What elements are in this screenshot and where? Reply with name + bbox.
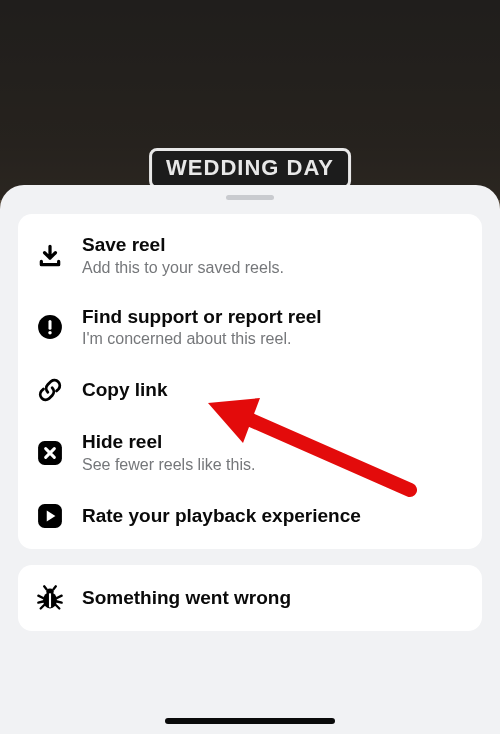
download-icon [36, 242, 64, 270]
menu-item-subtitle: I'm concerned about this reel. [82, 329, 322, 350]
menu-item-title: Rate your playback experience [82, 504, 361, 528]
menu-item-title: Copy link [82, 378, 168, 402]
video-title-text: WEDDING DAY [166, 155, 334, 180]
video-title-badge: WEDDING DAY [149, 148, 351, 189]
menu-item-report[interactable]: Find support or report reel I'm concerne… [18, 292, 482, 364]
menu-item-hide-reel[interactable]: Hide reel See fewer reels like this. [18, 417, 482, 489]
menu-item-title: Save reel [82, 233, 284, 257]
menu-group-secondary: Something went wrong [18, 565, 482, 631]
play-box-icon [36, 502, 64, 530]
svg-rect-1 [48, 320, 51, 330]
menu-item-text: Rate your playback experience [82, 504, 361, 528]
alert-circle-icon [36, 313, 64, 341]
menu-item-title: Hide reel [82, 430, 255, 454]
menu-item-title: Something went wrong [82, 586, 291, 610]
bug-icon [36, 584, 64, 612]
menu-item-something-wrong[interactable]: Something went wrong [18, 571, 482, 625]
menu-item-copy-link[interactable]: Copy link [18, 363, 482, 417]
svg-point-2 [48, 331, 51, 334]
menu-item-save-reel[interactable]: Save reel Add this to your saved reels. [18, 220, 482, 292]
x-box-icon [36, 439, 64, 467]
menu-item-subtitle: Add this to your saved reels. [82, 258, 284, 279]
menu-item-text: Copy link [82, 378, 168, 402]
menu-item-subtitle: See fewer reels like this. [82, 455, 255, 476]
menu-item-rate-playback[interactable]: Rate your playback experience [18, 489, 482, 543]
sheet-grabber[interactable] [226, 195, 274, 200]
menu-item-text: Save reel Add this to your saved reels. [82, 233, 284, 279]
bottom-sheet: Save reel Add this to your saved reels. … [0, 185, 500, 734]
menu-item-text: Hide reel See fewer reels like this. [82, 430, 255, 476]
menu-group-main: Save reel Add this to your saved reels. … [18, 214, 482, 549]
home-indicator[interactable] [165, 718, 335, 724]
link-icon [36, 376, 64, 404]
menu-item-title: Find support or report reel [82, 305, 322, 329]
svg-rect-7 [49, 593, 51, 607]
menu-item-text: Find support or report reel I'm concerne… [82, 305, 322, 351]
menu-item-text: Something went wrong [82, 586, 291, 610]
